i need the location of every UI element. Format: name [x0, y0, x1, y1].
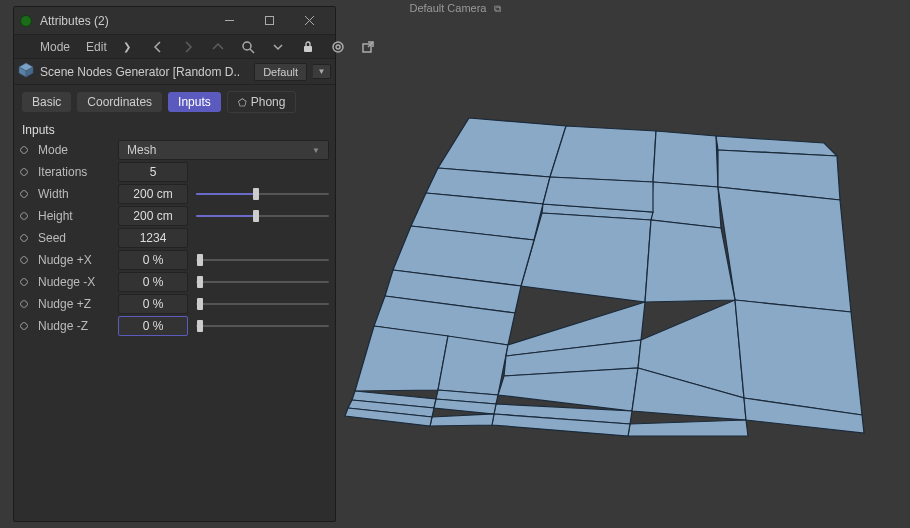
param-label: Nudge -Z: [36, 319, 114, 333]
param-label: Nudege -X: [36, 275, 114, 289]
nudge-mz-slider[interactable]: [196, 319, 329, 333]
nudge-pz-field[interactable]: 0 %: [118, 294, 188, 314]
chevron-down-icon: ▼: [312, 146, 320, 155]
svg-marker-30: [628, 420, 748, 436]
nudge-mz-field[interactable]: 0 %: [118, 316, 188, 336]
param-nudge-mz: Nudge -Z 0 %: [14, 315, 335, 337]
chevron-down-icon[interactable]: [265, 38, 291, 56]
menubar: Mode Edit ❯: [14, 35, 335, 59]
svg-rect-57: [20, 278, 28, 286]
param-seed: Seed 1234: [14, 227, 335, 249]
nudge-px-field[interactable]: 0 %: [118, 250, 188, 270]
params: Mode Mesh ▼ Iterations 5 Width 200 cm He…: [14, 139, 335, 337]
param-label: Width: [36, 187, 114, 201]
nudge-mx-slider[interactable]: [196, 275, 329, 289]
svg-marker-27: [735, 300, 862, 415]
preset-dropdown[interactable]: Default: [254, 63, 307, 81]
tab-basic[interactable]: Basic: [22, 92, 71, 112]
svg-rect-43: [304, 46, 312, 52]
shape-icon: ⬠: [238, 97, 247, 108]
width-field[interactable]: 200 cm: [118, 184, 188, 204]
seed-field[interactable]: 1234: [118, 228, 188, 248]
nudge-pz-slider[interactable]: [196, 297, 329, 311]
keyframe-icon[interactable]: [16, 234, 32, 242]
panel-title: Attributes (2): [40, 14, 209, 28]
svg-point-41: [243, 42, 251, 50]
keyframe-icon[interactable]: [16, 190, 32, 198]
section-title: Inputs: [14, 119, 335, 139]
svg-rect-53: [20, 190, 28, 198]
attributes-panel: Attributes (2) Mode Edit ❯ Scene Nodes G…: [13, 6, 336, 522]
svg-marker-0: [438, 118, 566, 177]
keyframe-icon[interactable]: [16, 278, 32, 286]
keyframe-icon[interactable]: [16, 322, 32, 330]
height-field[interactable]: 200 cm: [118, 206, 188, 226]
minimize-button[interactable]: [209, 9, 249, 33]
svg-rect-51: [20, 146, 28, 154]
iterations-field[interactable]: 5: [118, 162, 188, 182]
keyframe-icon[interactable]: [16, 256, 32, 264]
param-nudge-px: Nudge +X 0 %: [14, 249, 335, 271]
svg-marker-12: [645, 220, 735, 302]
param-label: Seed: [36, 231, 114, 245]
svg-marker-11: [718, 187, 851, 312]
maximize-button[interactable]: [249, 9, 289, 33]
preset-chevron-icon[interactable]: ▼: [313, 64, 331, 79]
svg-point-44: [333, 42, 343, 52]
search-icon[interactable]: [235, 38, 261, 56]
menu-mode[interactable]: Mode: [34, 38, 76, 56]
keyframe-icon[interactable]: [16, 168, 32, 176]
nudge-mx-field[interactable]: 0 %: [118, 272, 188, 292]
svg-rect-54: [20, 212, 28, 220]
height-slider[interactable]: [196, 209, 329, 223]
param-nudge-pz: Nudge +Z 0 %: [14, 293, 335, 315]
titlebar[interactable]: Attributes (2): [14, 7, 335, 35]
hamburger-icon[interactable]: [18, 45, 30, 49]
popout-icon[interactable]: [355, 38, 381, 56]
keyframe-icon[interactable]: [16, 212, 32, 220]
param-nudge-mx: Nudege -X 0 %: [14, 271, 335, 293]
width-slider[interactable]: [196, 187, 329, 201]
param-label: Iterations: [36, 165, 114, 179]
param-mode: Mode Mesh ▼: [14, 139, 335, 161]
svg-rect-35: [265, 17, 273, 25]
tab-phong[interactable]: ⬠ Phong: [227, 91, 297, 113]
target-icon[interactable]: [325, 38, 351, 56]
node-label[interactable]: Scene Nodes Generator [Random D..: [40, 65, 248, 79]
param-label: Height: [36, 209, 114, 223]
svg-line-42: [250, 49, 254, 53]
svg-marker-16: [355, 326, 448, 391]
tab-coordinates[interactable]: Coordinates: [77, 92, 162, 112]
lock-icon[interactable]: [295, 38, 321, 56]
nudge-px-slider[interactable]: [196, 253, 329, 267]
node-row: Scene Nodes Generator [Random D.. Defaul…: [14, 59, 335, 85]
app-indicator-icon: [20, 15, 32, 27]
param-label: Mode: [36, 143, 114, 157]
keyframe-icon[interactable]: [16, 300, 32, 308]
nav-back-icon[interactable]: [145, 38, 171, 56]
chevron-right-icon[interactable]: ❯: [117, 39, 137, 54]
param-width: Width 200 cm: [14, 183, 335, 205]
svg-point-45: [336, 45, 340, 49]
viewport[interactable]: [338, 0, 910, 528]
mode-dropdown[interactable]: Mesh ▼: [118, 140, 329, 160]
svg-rect-59: [20, 322, 28, 330]
svg-marker-32: [430, 414, 494, 426]
menu-edit[interactable]: Edit: [80, 38, 113, 56]
nav-up-icon[interactable]: [205, 38, 231, 56]
nav-forward-icon[interactable]: [175, 38, 201, 56]
param-label: Nudge +X: [36, 253, 114, 267]
keyframe-icon[interactable]: [16, 146, 32, 154]
param-height: Height 200 cm: [14, 205, 335, 227]
param-iterations: Iterations 5: [14, 161, 335, 183]
svg-marker-17: [438, 336, 508, 395]
svg-rect-55: [20, 234, 28, 242]
svg-marker-10: [521, 213, 651, 302]
svg-marker-2: [653, 131, 718, 187]
tab-phong-label: Phong: [251, 95, 286, 109]
tab-inputs[interactable]: Inputs: [168, 92, 221, 112]
svg-rect-52: [20, 168, 28, 176]
close-button[interactable]: [289, 9, 329, 33]
tabs: Basic Coordinates Inputs ⬠ Phong: [14, 85, 335, 119]
svg-rect-56: [20, 256, 28, 264]
